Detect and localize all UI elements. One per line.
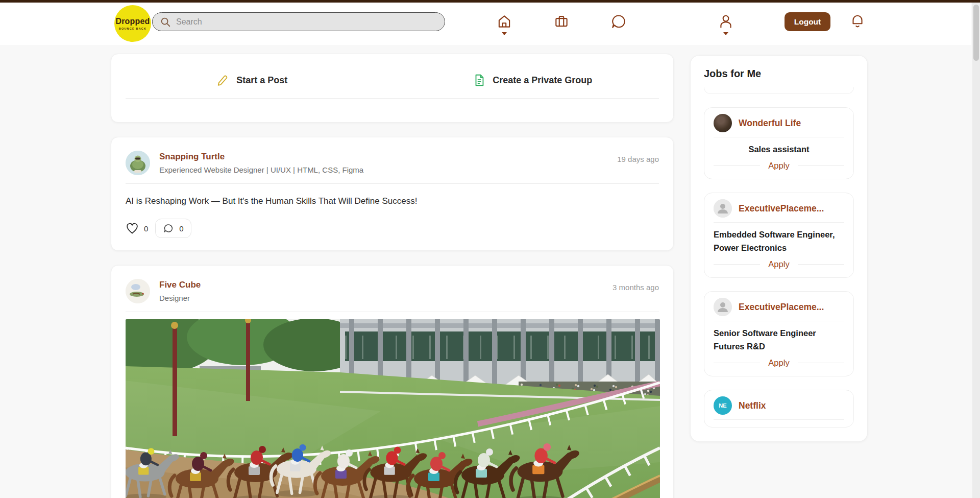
post-image-horse-race[interactable] (126, 319, 660, 498)
company-avatar[interactable] (714, 114, 732, 132)
job-company-name[interactable]: ExecutivePlaceme... (739, 302, 824, 313)
job-divider (714, 321, 844, 321)
apply-button[interactable]: Apply (714, 161, 844, 171)
company-avatar[interactable]: NE (714, 396, 732, 415)
job-card: ExecutivePlaceme...Embedded Software Eng… (704, 193, 854, 278)
job-divider (714, 137, 844, 137)
avatar[interactable] (126, 279, 150, 303)
like-count: 0 (144, 224, 148, 233)
post-text: AI is Reshaping Work — But It's the Huma… (126, 196, 659, 206)
job-divider (714, 419, 844, 420)
logo-text: Dropped (115, 17, 150, 26)
job-divider (714, 222, 844, 223)
logo-tagline: BOUNCE BACK (119, 27, 146, 30)
job-title: Sales assistant (714, 143, 844, 156)
bell-icon[interactable] (849, 13, 866, 30)
document-icon (473, 74, 485, 87)
apply-button[interactable]: Apply (714, 358, 844, 368)
scrolled-card-edge (704, 87, 854, 94)
company-avatar[interactable] (714, 298, 732, 316)
divider (798, 363, 844, 363)
divider (714, 363, 760, 363)
divider (714, 264, 760, 265)
company-avatar[interactable] (714, 199, 732, 218)
job-card: Wonderful LifeSales assistantApply (704, 107, 854, 179)
job-company-name[interactable]: Wonderful Life (739, 118, 801, 129)
search-bar[interactable] (152, 12, 445, 31)
apply-label[interactable]: Apply (760, 259, 797, 269)
profile-icon[interactable] (717, 13, 734, 30)
scrollbar[interactable] (972, 3, 980, 498)
chat-icon[interactable] (610, 13, 627, 30)
like-button[interactable]: 0 (126, 222, 148, 234)
post-card: Five Cube Designer 3 months ago (111, 265, 674, 498)
comment-icon (163, 223, 174, 234)
profile-caret-icon (723, 32, 728, 35)
comment-count: 0 (179, 224, 183, 233)
logout-button[interactable]: Logout (785, 12, 830, 31)
top-accent-bar (0, 0, 980, 3)
job-title: Embedded Software Engineer, Power Electr… (714, 228, 844, 254)
post-author[interactable]: Five Cube (159, 280, 201, 290)
create-group-button[interactable]: Create a Private Group (393, 66, 674, 94)
jobs-icon[interactable] (553, 13, 570, 30)
apply-button[interactable]: Apply (714, 259, 844, 269)
composer-divider (126, 98, 659, 99)
divider (798, 165, 844, 166)
feed: Start a Post Create a Private Group (111, 54, 674, 498)
post-headline: Experienced Website Designer | UI/UX | H… (159, 165, 363, 174)
jobs-panel: Jobs for Me Wonderful LifeSales assistan… (690, 55, 868, 442)
scrollbar-thumb[interactable] (973, 5, 979, 61)
search-icon (160, 16, 171, 28)
post-author[interactable]: Snapping Turtle (159, 152, 363, 162)
apply-label[interactable]: Apply (760, 358, 797, 368)
comment-button[interactable]: 0 (155, 219, 191, 238)
divider (798, 264, 844, 265)
post-timestamp: 3 months ago (612, 283, 659, 292)
jobs-list: Wonderful LifeSales assistantApplyExecut… (704, 107, 854, 428)
job-company-name[interactable]: Netflix (739, 400, 766, 411)
post-divider (126, 183, 659, 184)
apply-label[interactable]: Apply (760, 161, 797, 171)
job-card: ExecutivePlaceme...Senior Software Engin… (704, 291, 854, 376)
job-company-name[interactable]: ExecutivePlaceme... (739, 203, 824, 214)
composer-card: Start a Post Create a Private Group (111, 54, 674, 123)
jobs-panel-title: Jobs for Me (704, 68, 854, 80)
post-headline: Designer (159, 294, 201, 302)
post-card: Snapping Turtle Experienced Website Desi… (111, 137, 674, 251)
post-divider (126, 312, 659, 312)
start-post-button[interactable]: Start a Post (111, 66, 393, 94)
app-logo[interactable]: Dropped BOUNCE BACK (114, 5, 151, 42)
create-group-label: Create a Private Group (493, 75, 592, 86)
start-post-label: Start a Post (236, 75, 287, 86)
pencil-icon (216, 74, 229, 87)
job-title: Senior Software Engineer Futures R&D (714, 326, 844, 353)
divider (714, 165, 760, 166)
home-caret-icon (502, 32, 507, 35)
heart-icon (126, 222, 139, 234)
job-card: NENetflix (704, 390, 854, 428)
avatar[interactable] (126, 151, 150, 175)
post-timestamp: 19 days ago (617, 155, 659, 163)
home-icon[interactable] (496, 13, 513, 30)
header: Dropped BOUNCE BACK Lo (0, 3, 971, 45)
search-input[interactable] (176, 17, 437, 27)
